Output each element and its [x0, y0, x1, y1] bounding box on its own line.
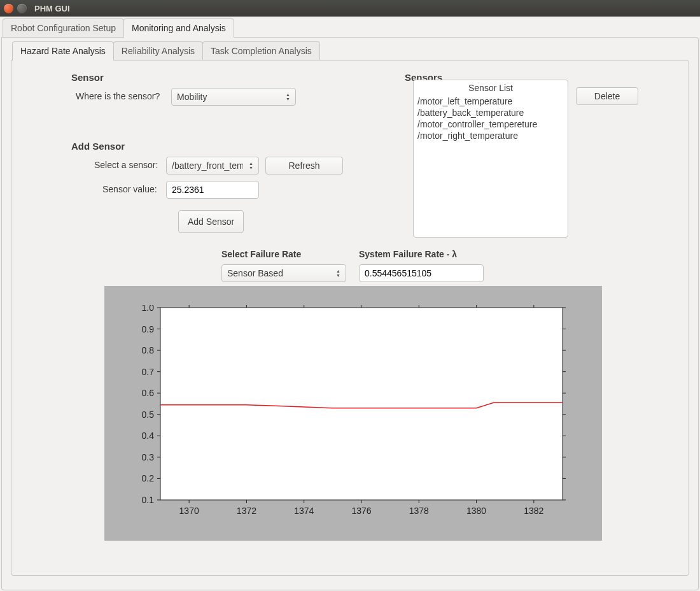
svg-text:0.9: 0.9 — [142, 324, 155, 334]
combo-failure-rate[interactable]: Sensor Based ▲▼ — [221, 264, 346, 282]
label-system-failure-rate: System Failure Rate - λ — [359, 249, 457, 259]
combo-select-sensor-value: /battery_front_tem — [172, 160, 243, 171]
combo-failure-rate-value: Sensor Based — [227, 268, 283, 278]
delete-button[interactable]: Delete — [576, 87, 638, 105]
heading-add-sensor: Add Sensor — [71, 141, 125, 152]
close-icon[interactable] — [4, 4, 13, 13]
input-system-failure-rate[interactable] — [359, 264, 484, 282]
sensor-list-title: Sensor List — [414, 80, 568, 96]
svg-text:0.7: 0.7 — [142, 367, 155, 377]
list-item[interactable]: /motor_right_temperature — [414, 130, 568, 141]
combo-where-sensor[interactable]: Mobility ▲▼ — [171, 88, 296, 106]
sensor-listbox[interactable]: Sensor List /motor_left_temperature /bat… — [413, 80, 568, 238]
tab-hazard-rate[interactable]: Hazard Rate Analysis — [12, 41, 114, 61]
input-sensor-value[interactable] — [166, 181, 259, 199]
label-sensor-value: Sensor value: — [102, 184, 157, 194]
svg-text:1378: 1378 — [409, 506, 429, 516]
window-titlebar: PHM GUI — [0, 0, 700, 17]
list-item[interactable]: /motor_controller_tempereture — [414, 118, 568, 130]
tabset-analysis: Hazard Rate Analysis Reliability Analysi… — [11, 39, 689, 60]
tab-reliability[interactable]: Reliability Analysis — [113, 41, 203, 61]
add-sensor-button[interactable]: Add Sensor — [178, 210, 244, 233]
window-title: PHM GUI — [34, 4, 70, 13]
chevron-updown-icon: ▲▼ — [336, 269, 340, 278]
refresh-button[interactable]: Refresh — [265, 157, 343, 174]
label-where-sensor: Where is the sensor? — [76, 91, 160, 101]
svg-text:0.4: 0.4 — [142, 431, 155, 441]
svg-text:0.5: 0.5 — [142, 409, 155, 420]
svg-text:0.6: 0.6 — [142, 388, 155, 398]
heading-sensor: Sensor — [71, 72, 104, 83]
svg-text:0.2: 0.2 — [142, 473, 155, 483]
combo-select-sensor[interactable]: /battery_front_tem ▲▼ — [166, 157, 259, 174]
tab-task-completion[interactable]: Task Completion Analysis — [202, 41, 320, 61]
chevron-updown-icon: ▲▼ — [286, 93, 290, 101]
svg-text:1382: 1382 — [524, 506, 543, 516]
label-select-failure-rate: Select Failure Rate — [221, 249, 301, 259]
svg-text:1380: 1380 — [466, 506, 486, 516]
tab-monitoring[interactable]: Monitoring and Analysis — [123, 18, 234, 38]
svg-text:1.0: 1.0 — [142, 305, 155, 313]
label-select-sensor: Select a sensor: — [94, 160, 158, 170]
tabset-main: Robot Configuration Setup Monitoring and… — [1, 17, 699, 37]
svg-rect-0 — [160, 308, 563, 500]
list-item[interactable]: /battery_back_temperature — [414, 107, 568, 118]
svg-text:1376: 1376 — [351, 506, 371, 516]
chevron-updown-icon: ▲▼ — [249, 162, 253, 170]
failure-rate-chart: 0.10.20.30.40.50.60.70.80.91.01370137213… — [116, 305, 569, 519]
svg-text:1374: 1374 — [294, 506, 314, 516]
svg-text:1372: 1372 — [237, 506, 256, 516]
svg-text:0.3: 0.3 — [142, 452, 155, 462]
list-item[interactable]: /motor_left_temperature — [414, 96, 568, 107]
svg-text:1370: 1370 — [179, 506, 199, 516]
svg-text:0.8: 0.8 — [142, 345, 155, 355]
combo-where-sensor-value: Mobility — [177, 92, 207, 102]
chart-container: 0.10.20.30.40.50.60.70.80.91.01370137213… — [104, 286, 602, 541]
svg-text:0.1: 0.1 — [142, 495, 155, 505]
minimize-icon[interactable] — [17, 4, 27, 13]
tab-robot-config[interactable]: Robot Configuration Setup — [3, 18, 124, 38]
